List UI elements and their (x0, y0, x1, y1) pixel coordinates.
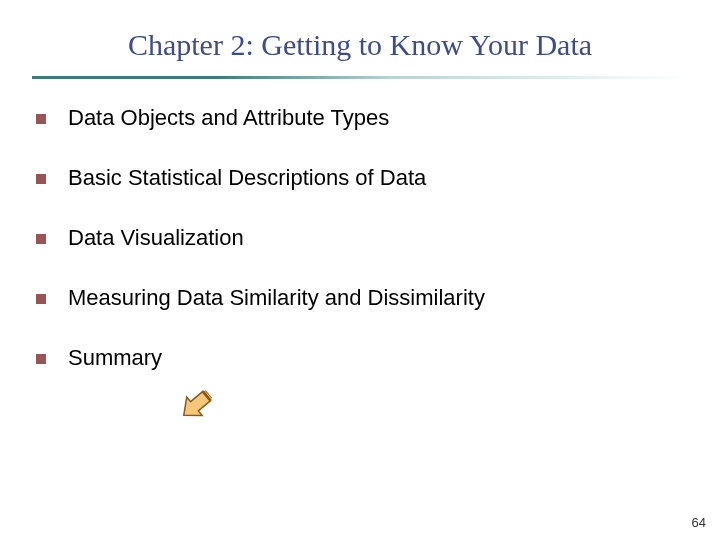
list-item: Basic Statistical Descriptions of Data (36, 165, 720, 191)
slide-title: Chapter 2: Getting to Know Your Data (0, 28, 720, 62)
list-item: Summary (36, 345, 720, 371)
bullet-list: Data Objects and Attribute Types Basic S… (0, 89, 720, 371)
page-number: 64 (692, 515, 706, 530)
svg-marker-0 (176, 387, 214, 425)
arrow-icon (176, 385, 216, 429)
list-item: Measuring Data Similarity and Dissimilar… (36, 285, 720, 311)
list-item-text: Data Visualization (68, 225, 244, 251)
bullet-icon (36, 294, 46, 304)
bullet-icon (36, 234, 46, 244)
list-item-text: Basic Statistical Descriptions of Data (68, 165, 426, 191)
bullet-icon (36, 174, 46, 184)
list-item-text: Data Objects and Attribute Types (68, 105, 389, 131)
list-item: Data Objects and Attribute Types (36, 105, 720, 131)
list-item: Data Visualization (36, 225, 720, 251)
bullet-icon (36, 114, 46, 124)
list-item-text: Summary (68, 345, 162, 371)
bullet-icon (36, 354, 46, 364)
list-item-text: Measuring Data Similarity and Dissimilar… (68, 285, 485, 311)
title-underline (32, 76, 688, 79)
